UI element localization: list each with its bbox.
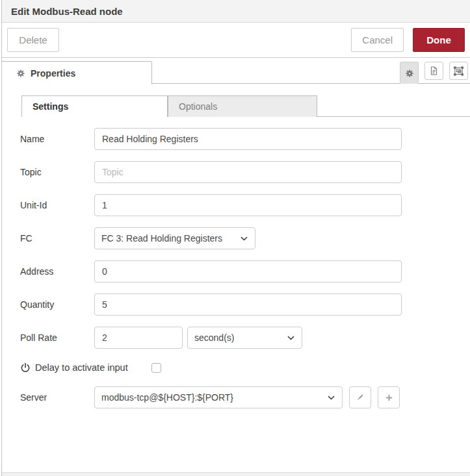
name-label: Name <box>20 134 94 144</box>
topic-input[interactable] <box>94 161 402 183</box>
poll-rate-row: Poll Rate second(s) <box>20 327 470 349</box>
poll-rate-unit-select[interactable]: second(s) <box>187 327 302 349</box>
edit-server-button[interactable] <box>349 386 371 408</box>
done-button[interactable]: Done <box>413 28 465 52</box>
quantity-input[interactable] <box>94 294 402 316</box>
tab-properties[interactable]: Properties <box>2 61 152 84</box>
topic-label: Topic <box>20 167 94 177</box>
delay-checkbox[interactable] <box>151 363 161 373</box>
name-row: Name <box>20 128 470 150</box>
power-icon <box>20 362 31 373</box>
dialog-footer-edge <box>2 472 470 476</box>
poll-rate-label: Poll Rate <box>20 332 94 343</box>
document-icon <box>429 66 439 76</box>
delay-label: Delay to activate input <box>35 362 128 373</box>
editor-tab-buttons <box>400 62 468 84</box>
tab-optionals-label: Optionals <box>179 101 217 112</box>
chevron-down-icon <box>240 234 248 243</box>
poll-rate-unit-value: second(s) <box>194 332 283 343</box>
address-label: Address <box>20 266 94 277</box>
properties-gear-button[interactable] <box>400 62 419 84</box>
dialog-toolbar: Delete Cancel Done <box>2 23 470 58</box>
edit-node-dialog: Edit Modbus-Read node Delete Cancel Done <box>1 0 470 476</box>
description-button[interactable] <box>424 62 443 80</box>
chevron-down-icon <box>327 394 335 402</box>
tab-settings-label: Settings <box>33 101 68 112</box>
server-select-value: modbus-tcp@${HOST}:${PORT} <box>101 392 323 403</box>
pencil-icon <box>356 393 365 402</box>
address-row: Address <box>20 260 470 282</box>
delay-row: Delay to activate input <box>20 360 470 375</box>
server-select[interactable]: modbus-tcp@${HOST}:${PORT} <box>94 386 343 408</box>
quantity-row: Quantity <box>20 294 470 316</box>
unit-id-input[interactable] <box>94 194 402 216</box>
delete-button[interactable]: Delete <box>7 28 59 52</box>
name-input[interactable] <box>94 128 402 150</box>
subtab-bar: Settings Optionals <box>21 95 470 117</box>
gear-icon <box>16 69 25 78</box>
unit-id-label: Unit-Id <box>20 200 94 210</box>
cancel-button[interactable]: Cancel <box>351 28 404 52</box>
topic-row: Topic <box>20 161 470 183</box>
dialog-title: Edit Modbus-Read node <box>11 6 123 17</box>
fc-select[interactable]: FC 3: Read Holding Registers <box>94 227 255 249</box>
tab-properties-label: Properties <box>31 68 75 79</box>
plus-icon <box>384 393 394 403</box>
fc-label: FC <box>20 233 94 244</box>
dialog-header: Edit Modbus-Read node <box>2 0 470 23</box>
tab-optionals[interactable]: Optionals <box>168 95 317 117</box>
editor-tab-bar: Properties <box>2 58 470 84</box>
appearance-button[interactable] <box>449 62 468 80</box>
server-row: Server modbus-tcp@${HOST}:${PORT} <box>20 386 470 408</box>
gear-icon <box>405 69 414 78</box>
fc-row: FC FC 3: Read Holding Registers <box>20 227 470 249</box>
address-input[interactable] <box>94 260 402 282</box>
fc-select-value: FC 3: Read Holding Registers <box>101 233 236 244</box>
unit-id-row: Unit-Id <box>20 194 470 216</box>
chevron-down-icon <box>287 334 295 342</box>
server-label: Server <box>20 392 94 403</box>
quantity-label: Quantity <box>20 299 94 310</box>
settings-form: Name Topic Unit-Id FC FC 3: Read Holding… <box>2 117 470 408</box>
poll-rate-input[interactable] <box>94 327 183 349</box>
tab-settings[interactable]: Settings <box>21 95 168 117</box>
object-group-icon <box>453 66 464 77</box>
add-server-button[interactable] <box>378 386 400 408</box>
